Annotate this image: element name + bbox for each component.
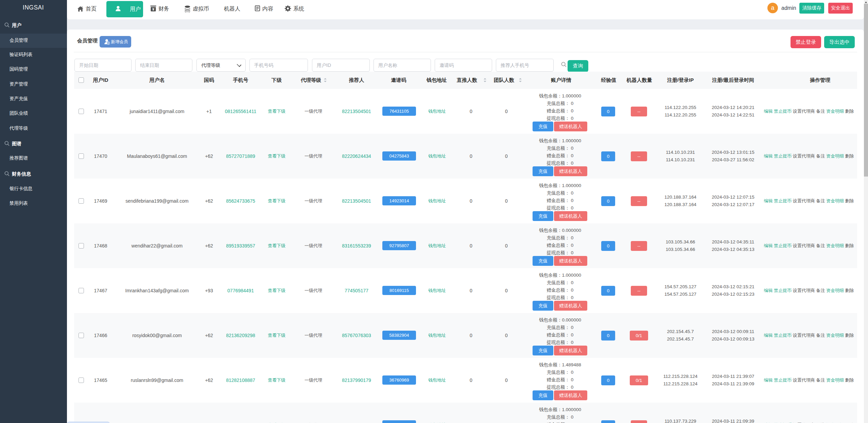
svg-text:¥: ¥ [152, 7, 155, 11]
